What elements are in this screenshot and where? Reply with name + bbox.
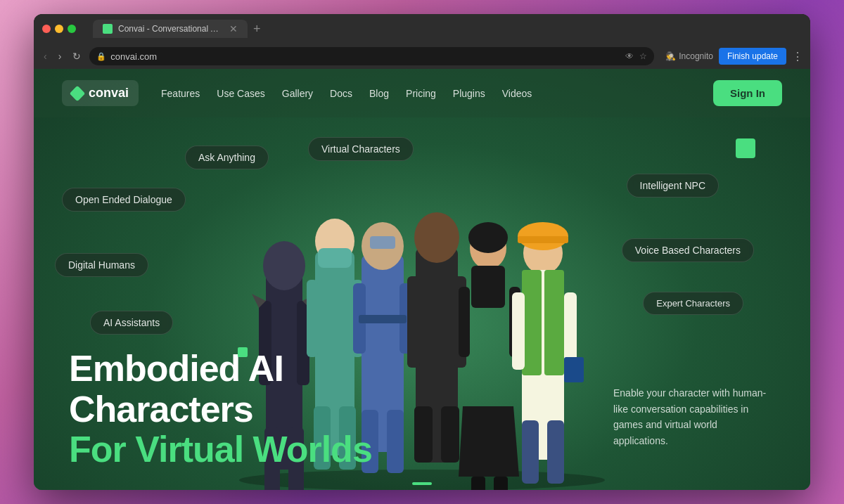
site-logo[interactable]: convai [62,80,139,106]
tag-digital-humans[interactable]: Digital Humans [55,253,148,277]
headline-main: Embodied AI Characters [69,349,421,429]
description-text: Enable your character with human-like co… [613,385,768,448]
svg-rect-29 [441,406,459,463]
svg-rect-21 [359,315,407,323]
svg-point-25 [414,212,459,263]
green-accent-dot [238,347,248,357]
eye-icon: 👁 [625,51,634,61]
tag-ai-assistants[interactable]: AI Assistants [90,311,173,335]
signin-button[interactable]: Sign In [713,80,782,106]
tag-open-ended-dialogue[interactable]: Open Ended Dialogue [62,188,186,212]
browser-actions: 🕵 Incognito Finish update ⋮ [665,48,803,65]
new-tab-button[interactable]: + [253,22,261,37]
nav-blog[interactable]: Blog [369,88,389,99]
traffic-lights [42,25,76,33]
svg-rect-40 [518,236,568,243]
minimize-button[interactable] [55,25,63,33]
logo-icon [70,85,86,101]
address-icons: 👁 ☆ [625,51,647,61]
headline-sub: For Virtual Worlds [69,429,421,470]
logo-text: convai [89,86,129,101]
bookmark-icon[interactable]: ☆ [639,51,647,61]
svg-rect-44 [512,292,525,370]
green-accent-square [736,138,755,158]
tag-intelligent-npc[interactable]: Intelligent NPC [627,174,719,198]
svg-rect-47 [547,420,564,484]
svg-rect-48 [564,357,584,382]
headline-section: Embodied AI Characters For Virtual World… [69,349,421,470]
svg-rect-46 [522,420,539,484]
titlebar: Convai - Conversational AI fo... ✕ + [34,14,810,44]
svg-rect-12 [307,280,318,357]
incognito-indicator: 🕵 Incognito [665,51,713,61]
tag-virtual-characters[interactable]: Virtual Characters [308,137,414,161]
forward-button[interactable]: › [56,49,65,63]
back-button[interactable]: ‹ [41,49,50,63]
tab-close-icon[interactable]: ✕ [229,24,238,34]
nav-gallery[interactable]: Gallery [282,88,313,99]
svg-point-2 [263,241,305,290]
nav-videos[interactable]: Videos [502,88,532,99]
nav-pricing[interactable]: Pricing [406,88,436,99]
tag-voice-based-characters[interactable]: Voice Based Characters [622,238,754,262]
tag-ask-anything[interactable]: Ask Anything [185,146,269,169]
nav-use-cases[interactable]: Use Cases [217,88,264,99]
tab-title: Convai - Conversational AI fo... [118,24,224,34]
svg-rect-18 [370,236,395,249]
tab-bar: Convai - Conversational AI fo... ✕ + [93,20,776,38]
maximize-button[interactable] [68,25,76,33]
svg-rect-43 [544,270,564,375]
tag-expert-characters[interactable]: Expert Characters [643,292,743,315]
nav-links: Features Use Cases Gallery Docs Blog Pri… [161,88,713,99]
nav-features[interactable]: Features [161,88,200,99]
svg-rect-37 [494,477,508,490]
svg-point-31 [468,222,508,253]
address-bar[interactable]: 🔒 convai.com 👁 ☆ [89,47,654,65]
incognito-icon: 🕵 [665,51,676,61]
page-content: convai Features Use Cases Gallery Docs B… [34,69,810,490]
finish-update-button[interactable]: Finish update [719,48,786,65]
svg-marker-33 [459,406,519,477]
browser-window: Convai - Conversational AI fo... ✕ + ‹ ›… [34,14,810,490]
browser-tab-active[interactable]: Convai - Conversational AI fo... ✕ [93,20,248,38]
url-text: convai.com [110,51,157,62]
nav-plugins[interactable]: Plugins [453,88,485,99]
nav-docs[interactable]: Docs [330,88,352,99]
description-section: Enable your character with human-like co… [613,385,768,448]
security-lock-icon: 🔒 [96,52,106,61]
finish-update-label: Finish update [727,51,778,61]
scroll-indicator [412,482,432,485]
svg-rect-42 [522,270,542,375]
svg-rect-32 [471,266,505,308]
svg-rect-34 [459,287,470,357]
incognito-label: Incognito [679,51,713,61]
more-options-button[interactable]: ⋮ [792,50,803,63]
hero-section: Virtual Characters Ask Anything Intellig… [34,117,810,490]
address-bar-row: ‹ › ↻ 🔒 convai.com 👁 ☆ 🕵 Incognito Finis… [34,44,810,69]
svg-rect-36 [471,477,485,490]
close-button[interactable] [42,25,51,33]
reload-button[interactable]: ↻ [70,49,84,63]
svg-rect-11 [318,248,352,268]
tab-favicon [103,24,113,34]
site-navbar: convai Features Use Cases Gallery Docs B… [34,69,810,117]
